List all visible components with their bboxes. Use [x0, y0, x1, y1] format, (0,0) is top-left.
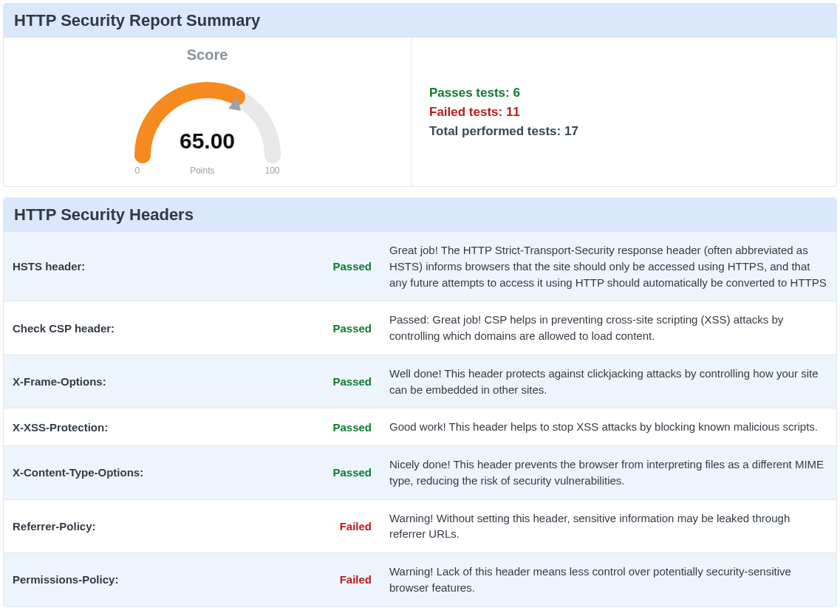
header-name: Permissions-Policy: — [4, 553, 321, 606]
headers-title: HTTP Security Headers — [4, 198, 836, 232]
header-description: Passed: Great job! CSP helps in preventi… — [380, 301, 836, 355]
header-status: Passed — [321, 355, 380, 408]
table-row: HSTS header:PassedGreat job! The HTTP St… — [4, 232, 836, 301]
score-box: Score 65.00 0 Points 100 — [4, 38, 412, 186]
header-description: Great job! The HTTP Strict-Transport-Sec… — [380, 232, 836, 301]
header-name: HSTS header: — [4, 232, 321, 301]
score-label: Score — [4, 47, 411, 64]
summary-panel: HTTP Security Report Summary Score 65.00… — [3, 3, 837, 187]
gauge-unit: Points — [140, 165, 264, 176]
passes-tests: Passes tests: 6 — [429, 86, 836, 100]
header-status: Passed — [321, 232, 380, 301]
header-status: Failed — [321, 499, 380, 553]
header-name: Referrer-Policy: — [4, 499, 321, 553]
table-row: X-Frame-Options:PassedWell done! This he… — [4, 355, 836, 408]
tests-summary: Passes tests: 6 Failed tests: 11 Total p… — [412, 38, 836, 186]
total-tests: Total performed tests: 17 — [429, 124, 836, 139]
gauge-max: 100 — [264, 165, 279, 176]
header-status: Failed — [321, 553, 380, 606]
table-row: Check CSP header:PassedPassed: Great job… — [4, 301, 836, 355]
table-row: Referrer-Policy:FailedWarning! Without s… — [4, 499, 836, 553]
table-row: X-Content-Type-Options:PassedNicely done… — [4, 446, 836, 500]
summary-title: HTTP Security Report Summary — [4, 4, 836, 38]
score-value: 65.00 — [125, 129, 290, 154]
gauge-labels: 0 Points 100 — [125, 165, 290, 176]
header-status: Passed — [321, 408, 380, 446]
summary-body: Score 65.00 0 Points 100 Passes tests: 6 — [4, 38, 836, 186]
header-description: Good work! This header helps to stop XSS… — [380, 408, 836, 446]
gauge-min: 0 — [135, 165, 140, 176]
score-gauge: 65.00 — [125, 68, 290, 165]
header-name: X-Content-Type-Options: — [4, 446, 321, 500]
headers-panel: HTTP Security Headers HSTS header:Passed… — [3, 197, 837, 607]
header-name: X-Frame-Options: — [4, 355, 321, 408]
table-row: Permissions-Policy:FailedWarning! Lack o… — [4, 553, 836, 606]
failed-tests: Failed tests: 11 — [429, 105, 836, 120]
header-description: Warning! Lack of this header means less … — [380, 553, 836, 606]
header-status: Passed — [321, 446, 380, 500]
header-description: Nicely done! This header prevents the br… — [380, 446, 836, 500]
header-description: Warning! Without setting this header, se… — [380, 499, 836, 553]
header-description: Well done! This header protects against … — [380, 355, 836, 408]
header-name: Check CSP header: — [4, 301, 321, 355]
header-status: Passed — [321, 301, 380, 355]
headers-table: HSTS header:PassedGreat job! The HTTP St… — [4, 232, 836, 606]
table-row: X-XSS-Protection:PassedGood work! This h… — [4, 408, 836, 446]
header-name: X-XSS-Protection: — [4, 408, 321, 446]
